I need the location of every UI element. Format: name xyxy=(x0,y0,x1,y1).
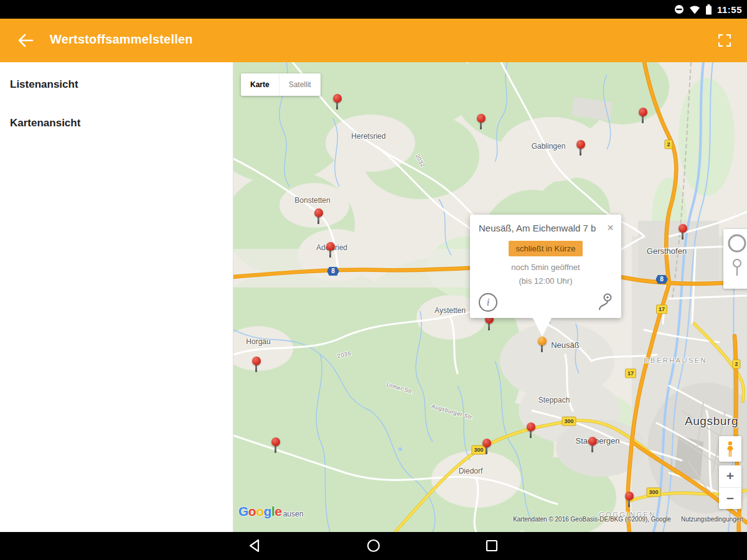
pin-head xyxy=(477,114,486,123)
map-type-switcher: KarteSatellit xyxy=(241,73,321,96)
sidebar-item-kartenansicht[interactable]: Kartenansicht xyxy=(0,105,233,143)
map-pin[interactable] xyxy=(482,439,491,456)
battery-icon xyxy=(705,4,712,15)
home-circle-icon[interactable] xyxy=(366,538,381,553)
map-pin[interactable] xyxy=(477,114,486,131)
sidebar-item-listenansicht[interactable]: Listenansicht xyxy=(0,66,233,105)
pin-head xyxy=(527,422,535,431)
info-window-title: Neusäß, Am Eichenwald 7 b xyxy=(479,222,613,235)
app-bar: Wertstoffsammelstellen xyxy=(0,19,747,62)
map-pin[interactable] xyxy=(639,108,647,125)
page-title: Wertstoffsammelstellen xyxy=(50,32,193,47)
directions-icon[interactable] xyxy=(596,292,613,312)
back-triangle-icon[interactable] xyxy=(248,538,263,553)
compass-icon xyxy=(729,235,745,251)
do-not-disturb-icon xyxy=(674,4,684,14)
pin-head xyxy=(639,108,647,116)
marker-icon xyxy=(733,259,741,267)
fullscreen-icon[interactable] xyxy=(718,34,731,47)
info-icon[interactable]: i xyxy=(479,293,497,312)
pin-head xyxy=(271,437,280,446)
map-type-satellit[interactable]: Satellit xyxy=(279,73,321,96)
pegman-icon xyxy=(725,441,735,457)
zoom-out-button[interactable]: − xyxy=(719,488,741,510)
android-screen: 11:55 Wertstoffsammelstellen Listenansic… xyxy=(0,0,747,560)
pin-head xyxy=(326,242,335,251)
pin-head xyxy=(679,224,687,233)
map-pin[interactable] xyxy=(333,94,342,111)
map-pin[interactable] xyxy=(625,492,634,509)
info-window: Neusäß, Am Eichenwald 7 b × schließt in … xyxy=(470,215,621,318)
pegman-button[interactable] xyxy=(719,436,741,462)
pin-head xyxy=(252,357,261,365)
open-until-text: (bis 12:00 Uhr) xyxy=(479,276,613,286)
pin-head xyxy=(576,140,585,149)
map-pin[interactable] xyxy=(679,224,687,241)
terms-link[interactable]: Nutzungsbedingungen xyxy=(681,516,743,523)
zoom-in-button[interactable]: + xyxy=(719,465,741,488)
pin-head xyxy=(333,94,342,103)
status-time: 11:55 xyxy=(717,4,742,15)
sidebar: ListenansichtKartenansicht xyxy=(0,62,233,532)
wifi-icon xyxy=(689,5,700,14)
map-pin[interactable] xyxy=(252,357,261,374)
zoom-control: + − xyxy=(719,465,741,509)
pin-head xyxy=(588,437,597,446)
info-window-pointer xyxy=(533,318,552,337)
pin-head xyxy=(314,208,323,217)
recents-square-icon[interactable] xyxy=(484,538,499,553)
pin-head xyxy=(625,492,634,500)
map-pin[interactable] xyxy=(576,140,585,157)
back-arrow-icon[interactable] xyxy=(17,33,34,48)
map-pin[interactable] xyxy=(588,437,597,454)
pin-head xyxy=(482,439,491,447)
map-pin[interactable] xyxy=(326,242,335,259)
open-status-text: noch 5min geöffnet xyxy=(479,263,613,272)
attribution-text: Kartendaten © 2016 GeoBasis-DE/BKG (©200… xyxy=(513,516,671,523)
map-type-karte[interactable]: Karte xyxy=(241,73,279,96)
google-logo: Google xyxy=(238,504,281,519)
close-icon[interactable]: × xyxy=(607,222,614,233)
compass-control[interactable] xyxy=(723,229,747,289)
navigation-bar xyxy=(0,532,747,560)
map-pin[interactable] xyxy=(271,437,280,455)
map-view[interactable]: HeretsriedGablingenBonstettenAdelsriedGe… xyxy=(233,62,747,532)
status-bar: 11:55 xyxy=(0,0,747,19)
map-pin-selected[interactable] xyxy=(538,337,547,354)
map-attribution: Kartendaten © 2016 GeoBasis-DE/BKG (©200… xyxy=(513,516,743,523)
map-pin[interactable] xyxy=(314,208,323,226)
map-pin[interactable] xyxy=(527,422,535,440)
status-badge: schließt in Kürze xyxy=(509,241,582,256)
pin-head xyxy=(538,337,547,345)
